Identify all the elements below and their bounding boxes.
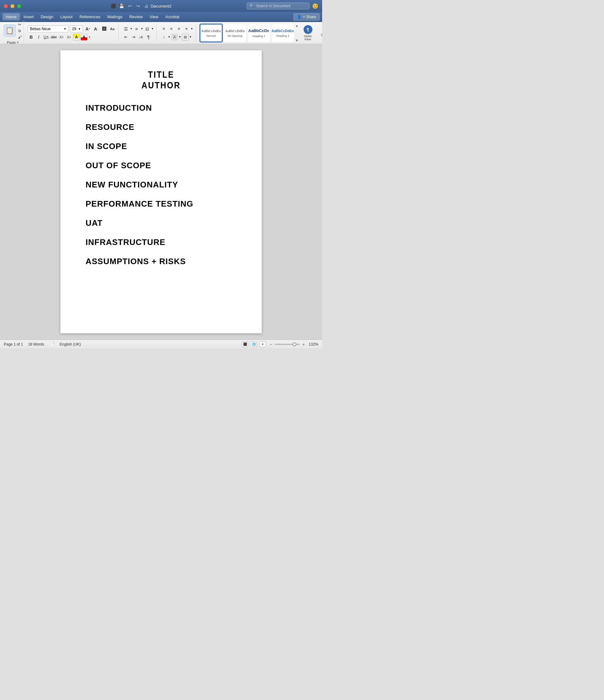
font-color-dropdown-icon[interactable]: ▼ xyxy=(88,35,91,39)
multilevel-list-button[interactable]: ⊟ xyxy=(144,25,151,32)
style-heading1[interactable]: AaBbCcDc Heading 1 xyxy=(247,24,270,42)
word-count: 18 Words xyxy=(28,342,44,347)
menu-item-view[interactable]: View xyxy=(147,13,162,21)
show-formatting-button[interactable]: ¶ xyxy=(145,34,152,41)
menu-item-references[interactable]: References xyxy=(76,13,103,21)
strikethrough-button[interactable]: abc xyxy=(50,34,57,41)
underline-dropdown-icon: ▼ xyxy=(47,35,49,39)
justify-button[interactable]: ≡ xyxy=(183,25,190,32)
menu-item-acrobat[interactable]: Acrobat xyxy=(162,13,183,21)
minimize-button[interactable] xyxy=(10,4,15,8)
undo-icon[interactable]: ↩ xyxy=(127,3,133,9)
ribbon: 📋 ✂ ⧉ 🖌 Paste ▼ Bebas Neue ▼ 29 ▼ A+ A- xyxy=(0,22,322,44)
search-box[interactable]: 🔍 Search in Document xyxy=(247,2,310,9)
status-right: ⬛ 🌐 ≡ − + 132% xyxy=(242,342,318,347)
web-layout-button[interactable]: 🌐 xyxy=(251,342,257,347)
outline-view-button[interactable]: ≡ xyxy=(260,342,266,347)
font-size-value: 29 xyxy=(72,27,76,31)
zoom-slider[interactable] xyxy=(275,344,300,345)
bullet-list-button[interactable]: ☰ xyxy=(122,25,129,32)
save-icon[interactable]: 💾 xyxy=(119,3,125,9)
styles-scroll-up-icon[interactable]: ▲ xyxy=(295,24,298,27)
zoom-out-button[interactable]: − xyxy=(268,342,273,347)
numbered-dropdown-icon[interactable]: ▼ xyxy=(141,27,143,30)
borders-button[interactable]: ⊞ xyxy=(182,34,189,41)
font-name-selector[interactable]: Bebas Neue ▼ xyxy=(28,25,69,32)
print-layout-button[interactable]: ⬛ xyxy=(242,342,248,347)
emoji-button[interactable]: 😊 xyxy=(312,3,318,9)
styles-pane-button[interactable]: ¶ StylesPane xyxy=(300,24,316,42)
spacing-button[interactable]: ↕ Spacing xyxy=(320,28,322,38)
document-heading: OUT OF SCOPE xyxy=(86,161,237,171)
align-left-button[interactable]: ≡ xyxy=(161,25,167,32)
style-no-spacing[interactable]: AaBbCcDdEe No Spacing xyxy=(224,24,246,42)
increase-indent-button[interactable]: ⇥ xyxy=(130,34,137,41)
subscript-button[interactable]: X2 xyxy=(58,34,65,41)
document-page[interactable]: TITLE AUTHOR INTRODUCTIONRESOURCEIN SCOP… xyxy=(61,50,262,333)
proofread-icon[interactable]: 📄 xyxy=(49,342,55,347)
font-color-button[interactable]: A xyxy=(80,34,88,41)
align-section: ≡ ≡ ≡ ≡ ▼ ↕ ▼ A ▼ ⊞ ▼ xyxy=(158,24,196,42)
superscript-button[interactable]: X2 xyxy=(66,34,72,41)
font-grow-button[interactable]: A+ xyxy=(84,25,91,32)
share-icon: 👤 xyxy=(297,15,302,19)
style-normal[interactable]: AaBbCcDdEe Normal xyxy=(200,24,222,42)
multilevel-dropdown-icon[interactable]: ▼ xyxy=(151,27,154,30)
print-icon[interactable]: 🖨 xyxy=(143,3,149,9)
change-case-button[interactable]: Aa xyxy=(109,25,116,32)
menu-item-insert[interactable]: Insert xyxy=(20,13,37,21)
decrease-indent-button[interactable]: ⇤ xyxy=(122,34,129,41)
sort-button[interactable]: ↕A xyxy=(138,34,144,41)
sidebar-toggle-icon[interactable]: ⬛ xyxy=(111,3,117,9)
document-title: TITLE xyxy=(97,69,225,80)
font-name-dropdown-icon: ▼ xyxy=(64,27,66,30)
menubar: Home Insert Design Layout References Mai… xyxy=(0,12,322,22)
align-dropdown-icon[interactable]: ▼ xyxy=(191,27,193,30)
styles-nav[interactable]: ▲ ▼ xyxy=(295,24,298,42)
close-button[interactable] xyxy=(4,4,8,8)
cut-button[interactable]: ✂ xyxy=(17,22,23,27)
menu-item-design[interactable]: Design xyxy=(38,13,56,21)
document-headings: INTRODUCTIONRESOURCEIN SCOPEOUT OF SCOPE… xyxy=(86,103,237,266)
line-spacing-dropdown-icon[interactable]: ▼ xyxy=(168,35,170,39)
format-painter-button[interactable]: 🖌 xyxy=(17,34,23,40)
font-name-value: Bebas Neue xyxy=(30,27,51,31)
italic-button[interactable]: I xyxy=(35,34,42,41)
font-size-selector[interactable]: 29 ▼ xyxy=(70,25,83,32)
fullscreen-button[interactable] xyxy=(17,4,21,8)
status-left: Page 1 of 1 18 Words 📄 English (UK) xyxy=(4,342,81,347)
paste-icon: 📋 xyxy=(5,26,14,34)
shading-button[interactable]: A xyxy=(171,34,178,41)
paste-dropdown-icon[interactable]: ▼ xyxy=(16,41,19,44)
language[interactable]: English (UK) xyxy=(60,342,81,347)
bold-button[interactable]: B xyxy=(28,34,34,41)
align-right-button[interactable]: ≡ xyxy=(175,25,183,32)
underline-button[interactable]: U▼ xyxy=(43,34,50,41)
redo-icon[interactable]: ↪ xyxy=(135,3,141,9)
borders-dropdown-icon[interactable]: ▼ xyxy=(189,35,192,39)
menu-item-home[interactable]: Home xyxy=(2,13,20,21)
styles-scroll-down-icon[interactable]: ▼ xyxy=(295,39,298,42)
titlebar-right: 🔍 Search in Document 😊 xyxy=(247,2,318,9)
window-title: Document2 xyxy=(151,4,171,8)
font-shrink-button[interactable]: A- xyxy=(93,25,99,32)
highlight-button[interactable]: A xyxy=(73,34,80,41)
title-block: TITLE AUTHOR xyxy=(86,69,237,91)
copy-button[interactable]: ⧉ xyxy=(17,28,23,34)
align-center-button[interactable]: ≡ xyxy=(168,25,175,32)
zoom-in-button[interactable]: + xyxy=(301,342,306,347)
document-heading: UAT xyxy=(86,218,237,228)
menu-item-mailings[interactable]: Mailings xyxy=(104,13,125,21)
paste-button[interactable]: 📋 xyxy=(4,25,16,36)
style-normal-label: Normal xyxy=(207,34,216,38)
line-spacing-button[interactable]: ↕ xyxy=(161,34,167,41)
style-heading2[interactable]: AaBbCcDdEe Heading 2 xyxy=(271,24,294,42)
menu-item-layout[interactable]: Layout xyxy=(57,13,76,21)
shading-dropdown-icon[interactable]: ▼ xyxy=(179,35,181,39)
numbered-list-button[interactable]: ≡ xyxy=(133,25,140,32)
menu-item-review[interactable]: Review xyxy=(126,13,146,21)
bullet-dropdown-icon[interactable]: ▼ xyxy=(130,27,132,30)
share-button[interactable]: 👤 + Share xyxy=(293,14,320,21)
styles-section: AaBbCcDdEe Normal AaBbCcDdEe No Spacing … xyxy=(197,23,322,43)
clear-format-button[interactable]: 🅰 xyxy=(101,25,107,32)
